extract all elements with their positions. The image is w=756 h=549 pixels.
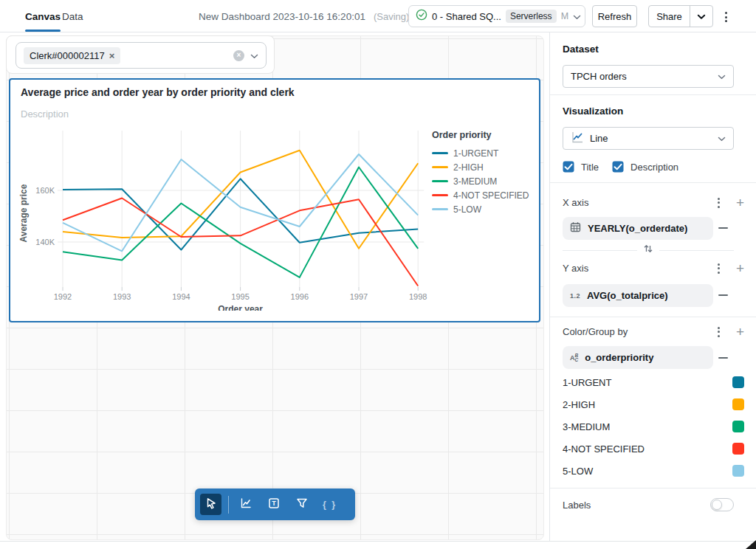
chart-title[interactable]: Average price and order year by order pr… bbox=[21, 86, 295, 98]
text-box-icon: T bbox=[267, 497, 281, 513]
add-text-button[interactable]: T bbox=[263, 494, 284, 515]
legend-item[interactable]: 2-HIGH bbox=[432, 160, 538, 174]
legend-item[interactable]: 3-MEDIUM bbox=[432, 174, 538, 188]
series-color-line bbox=[432, 194, 448, 196]
calendar-icon bbox=[570, 221, 581, 235]
svg-text:1998: 1998 bbox=[409, 292, 427, 301]
filter-widget[interactable]: Clerk#000002117 × × bbox=[6, 35, 275, 74]
color-menu-icon[interactable] bbox=[718, 327, 720, 337]
chart-widget[interactable]: Average price and order year by order pr… bbox=[9, 78, 540, 322]
y-axis-field-pill[interactable]: 1.2 AVG(o_totalprice) bbox=[563, 284, 713, 307]
color-swatch[interactable] bbox=[732, 465, 744, 477]
warehouse-status-icon bbox=[416, 9, 427, 24]
chevron-down-icon[interactable] bbox=[250, 49, 258, 62]
line-chart-icon bbox=[239, 497, 252, 513]
color-value-label: 1-URGENT bbox=[563, 377, 611, 388]
title-checkbox[interactable] bbox=[563, 161, 574, 173]
legend-label: 1-URGENT bbox=[453, 148, 498, 159]
x-axis-field-pill[interactable]: YEARLY(o_orderdate) bbox=[563, 217, 713, 240]
x-axis-menu-icon[interactable] bbox=[718, 198, 720, 208]
legend-item[interactable]: 5-LOW bbox=[432, 202, 538, 216]
color-value-row: 5-LOW bbox=[563, 465, 744, 477]
svg-text:140K: 140K bbox=[35, 238, 55, 246]
number-type-icon: 1.2 bbox=[570, 292, 580, 300]
warehouse-name: 0 - Shared SQ... bbox=[432, 11, 501, 22]
select-tool-button[interactable] bbox=[200, 494, 221, 515]
color-value-row: 1-URGENT bbox=[563, 376, 744, 388]
chevron-down-icon bbox=[718, 71, 726, 82]
divider bbox=[550, 488, 756, 488]
svg-text:Order year: Order year bbox=[218, 304, 263, 311]
description-checkbox[interactable] bbox=[612, 161, 624, 173]
legend-label: 5-LOW bbox=[453, 204, 481, 215]
dataset-select-value: TPCH orders bbox=[571, 71, 627, 82]
svg-text:160K: 160K bbox=[35, 186, 55, 195]
cursor-icon bbox=[205, 497, 218, 513]
y-axis-remove-icon[interactable] bbox=[718, 294, 728, 296]
color-remove-icon[interactable] bbox=[718, 357, 728, 359]
color-group-label: Color/Group by bbox=[563, 326, 628, 337]
x-axis-field: YEARLY(o_orderdate) bbox=[588, 223, 687, 234]
color-field: o_orderpriority bbox=[585, 352, 653, 363]
refresh-button[interactable]: Refresh bbox=[592, 5, 637, 27]
filter-chip-label: Clerk#000002117 bbox=[30, 50, 105, 61]
color-swatch[interactable] bbox=[732, 443, 744, 455]
filter-select[interactable]: Clerk#000002117 × × bbox=[16, 42, 267, 69]
tab-canvas[interactable]: Canvas bbox=[25, 0, 61, 32]
labels-label: Labels bbox=[563, 500, 591, 511]
svg-text:1996: 1996 bbox=[291, 292, 309, 301]
warehouse-type-badge: Serverless bbox=[506, 10, 557, 23]
dashboard-title[interactable]: New Dashboard 2023-10-16 16:20:01 bbox=[199, 0, 365, 32]
legend-label: 3-MEDIUM bbox=[453, 176, 497, 187]
color-value-label: 5-LOW bbox=[563, 466, 593, 477]
legend-item[interactable]: 1-URGENT bbox=[432, 146, 538, 160]
overflow-menu-button[interactable] bbox=[725, 12, 727, 22]
line-chart: 160K140K1992199319941995199619971998Orde… bbox=[35, 125, 438, 311]
clear-all-icon[interactable]: × bbox=[233, 50, 244, 61]
series-color-line bbox=[432, 152, 448, 154]
x-axis-remove-icon[interactable] bbox=[718, 227, 728, 229]
y-axis-menu-icon[interactable] bbox=[718, 263, 720, 274]
series-color-line bbox=[432, 180, 448, 182]
x-axis-label: X axis bbox=[563, 197, 588, 208]
add-visualization-button[interactable] bbox=[235, 494, 256, 515]
y-axis-section-header: Y axis + bbox=[563, 261, 744, 275]
divider bbox=[550, 317, 756, 317]
share-dropdown-button[interactable] bbox=[690, 6, 712, 27]
share-button[interactable]: Share bbox=[649, 6, 690, 27]
color-value-row: 3-MEDIUM bbox=[563, 421, 744, 432]
string-type-icon: ABC bbox=[570, 353, 578, 362]
color-swatch[interactable] bbox=[732, 398, 744, 410]
y-axis-field: AVG(o_totalprice) bbox=[587, 290, 668, 301]
color-swatch[interactable] bbox=[732, 421, 744, 432]
filter-value-chip[interactable]: Clerk#000002117 × bbox=[24, 47, 120, 64]
series-color-line bbox=[432, 208, 448, 210]
warehouse-selector[interactable]: 0 - Shared SQ... Serverless M bbox=[408, 5, 585, 27]
legend-item[interactable]: 4-NOT SPECIFIED bbox=[432, 188, 538, 202]
configuration-sidebar: Dataset TPCH orders Visualization Line T… bbox=[549, 32, 756, 541]
visualization-heading: Visualization bbox=[563, 106, 623, 117]
y-axis-add-icon[interactable]: + bbox=[736, 261, 744, 275]
x-axis-section-header: X axis + bbox=[563, 196, 744, 210]
add-filter-button[interactable] bbox=[291, 494, 312, 515]
legend-label: 4-NOT SPECIFIED bbox=[453, 190, 529, 201]
swap-axes-row bbox=[563, 244, 734, 257]
chart-description-placeholder[interactable]: Description bbox=[21, 108, 69, 120]
title-checkbox-label[interactable]: Title bbox=[581, 162, 599, 173]
color-field-pill[interactable]: ABC o_orderpriority bbox=[563, 346, 713, 369]
chip-remove-icon[interactable]: × bbox=[109, 50, 115, 61]
chevron-down-icon bbox=[718, 133, 726, 144]
description-checkbox-label[interactable]: Description bbox=[630, 162, 678, 173]
swap-axes-icon[interactable] bbox=[637, 244, 659, 257]
labels-toggle[interactable] bbox=[710, 498, 734, 511]
svg-text:1994: 1994 bbox=[172, 292, 190, 301]
visualization-select[interactable]: Line bbox=[563, 127, 734, 150]
color-add-icon[interactable]: + bbox=[736, 325, 744, 339]
dataset-select[interactable]: TPCH orders bbox=[563, 65, 734, 88]
color-swatch[interactable] bbox=[732, 376, 744, 388]
x-axis-add-icon[interactable]: + bbox=[736, 196, 744, 210]
tab-data[interactable]: Data bbox=[62, 0, 83, 32]
divider bbox=[550, 94, 756, 95]
share-button-group: Share bbox=[648, 5, 713, 27]
add-code-button[interactable]: { } bbox=[319, 494, 340, 515]
